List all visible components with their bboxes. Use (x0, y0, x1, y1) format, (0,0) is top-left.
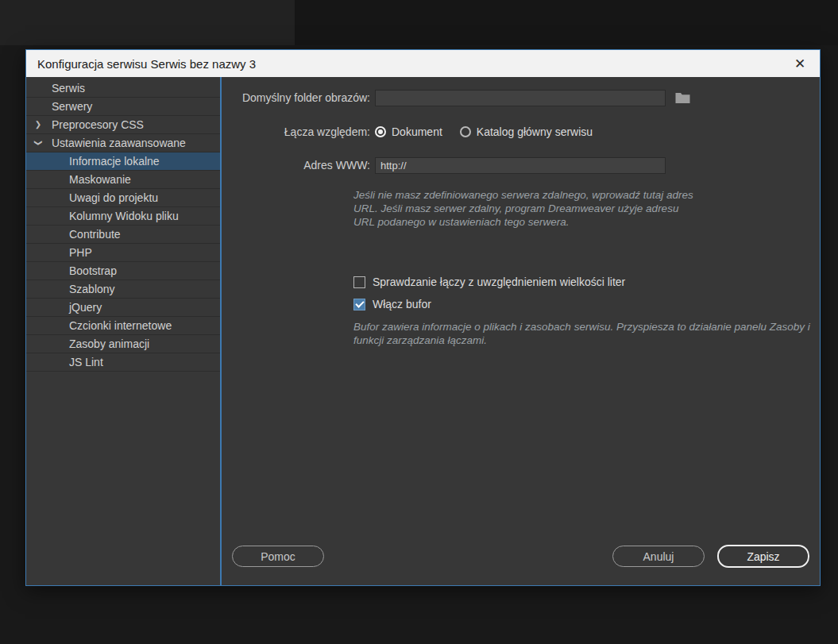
close-icon[interactable]: ✕ (791, 55, 809, 72)
sidebar-item-label: PHP (69, 246, 92, 259)
radio-site-root[interactable]: Katalog główny serwisu (460, 125, 593, 138)
category-sidebar: Serwis Serwery ❯ Preprocesory CSS ❯ Usta… (26, 77, 222, 585)
web-address-hint-text: Jeśli nie masz zdefiniowanego serwera zd… (353, 188, 697, 229)
radio-document-label: Dokument (392, 125, 442, 138)
sidebar-item-label: Uwagi do projektu (69, 191, 158, 204)
sidebar-item-php[interactable]: PHP (26, 244, 220, 262)
sidebar-item-label: Preprocesory CSS (52, 118, 144, 131)
default-images-input[interactable] (375, 90, 666, 106)
sidebar-item-szablony[interactable]: Szablony (26, 280, 220, 299)
checkbox-enable-cache[interactable]: Włącz bufor (353, 298, 431, 310)
checkbox-enable-cache-label: Włącz bufor (373, 298, 431, 310)
sidebar-item-label: Czcionki internetowe (69, 319, 172, 332)
radio-site-root-label: Katalog główny serwisu (477, 125, 593, 138)
sidebar-item-uwagi-do-projektu[interactable]: Uwagi do projektu (26, 189, 220, 207)
cache-hint-text: Bufor zawiera informacje o plikach i zas… (353, 320, 830, 347)
default-images-row: Domyślny folder obrazów: (222, 88, 691, 107)
sidebar-item-jquery[interactable]: jQuery (26, 299, 220, 317)
links-relative-row: Łącza względem: Dokument Katalog główny … (222, 122, 593, 141)
sidebar-item-label: Maskowanie (69, 173, 131, 186)
sidebar-item-maskowanie[interactable]: Maskowanie (26, 171, 220, 189)
background-region-left (0, 0, 295, 45)
local-info-panel: Domyślny folder obrazów: Łącza względem:… (222, 77, 820, 585)
web-address-label: Adres WWW: (222, 159, 370, 172)
sidebar-item-informacje-lokalne[interactable]: Informacje lokalne (26, 152, 220, 171)
sidebar-item-kolumny-widoku-pliku[interactable]: Kolumny Widoku pliku (26, 207, 220, 226)
browse-folder-button[interactable] (674, 91, 691, 105)
sidebar-item-zasoby-animacji[interactable]: Zasoby animacji (26, 335, 220, 353)
sidebar-item-label: Zasoby animacji (69, 337, 149, 350)
checkbox-unchecked-icon[interactable] (353, 276, 365, 288)
dialog-titlebar: Konfiguracja serwisu Serwis bez nazwy 3 … (26, 50, 820, 77)
links-relative-label: Łącza względem: (222, 125, 370, 138)
web-address-input[interactable] (375, 157, 666, 174)
background-region-right (295, 0, 838, 45)
sidebar-item-serwery[interactable]: Serwery (26, 98, 220, 116)
sidebar-item-label: Ustawienia zaawansowane (52, 137, 186, 149)
links-relative-radio-group: Dokument Katalog główny serwisu (375, 125, 593, 138)
radio-document[interactable]: Dokument (375, 125, 442, 138)
cancel-button[interactable]: Anuluj (612, 546, 705, 567)
web-address-row: Adres WWW: (222, 156, 666, 175)
chevron-right-icon[interactable]: ❯ (33, 116, 44, 133)
chevron-down-icon[interactable]: ❯ (29, 137, 47, 148)
sidebar-item-label: Szablony (69, 283, 115, 295)
radio-selected-icon[interactable] (375, 126, 386, 137)
dialog-title: Konfiguracja serwisu Serwis bez nazwy 3 (37, 57, 791, 71)
sidebar-item-contribute[interactable]: Contribute (26, 226, 220, 244)
checkbox-checked-icon[interactable] (353, 299, 365, 310)
sidebar-item-label: Informacje lokalne (69, 155, 160, 168)
sidebar-item-label: Bootstrap (69, 264, 117, 277)
sidebar-item-czcionki-internetowe[interactable]: Czcionki internetowe (26, 317, 220, 335)
checkbox-case-links[interactable]: Sprawdzanie łączy z uwzględnieniem wielk… (353, 276, 625, 288)
sidebar-item-label: Kolumny Widoku pliku (69, 210, 179, 222)
sidebar-item-label: JS Lint (69, 356, 103, 368)
sidebar-item-serwis[interactable]: Serwis (26, 79, 220, 98)
sidebar-item-label: jQuery (69, 301, 102, 314)
sidebar-item-label: Serwery (52, 100, 92, 113)
radio-unselected-icon[interactable] (460, 126, 471, 137)
folder-icon (675, 92, 690, 104)
sidebar-item-label: Contribute (69, 228, 121, 241)
sidebar-item-preprocesory-css[interactable]: ❯ Preprocesory CSS (26, 116, 220, 134)
default-images-label: Domyślny folder obrazów: (222, 91, 370, 104)
checkbox-case-links-label: Sprawdzanie łączy z uwzględnieniem wielk… (373, 276, 625, 288)
sidebar-item-js-lint[interactable]: JS Lint (26, 353, 220, 372)
sidebar-item-bootstrap[interactable]: Bootstrap (26, 262, 220, 280)
sidebar-item-label: Serwis (52, 82, 85, 94)
site-setup-dialog: Konfiguracja serwisu Serwis bez nazwy 3 … (25, 49, 821, 586)
save-button[interactable]: Zapisz (717, 545, 809, 568)
help-button[interactable]: Pomoc (232, 546, 324, 567)
sidebar-item-ustawienia-zaawansowane[interactable]: ❯ Ustawienia zaawansowane (26, 134, 220, 152)
